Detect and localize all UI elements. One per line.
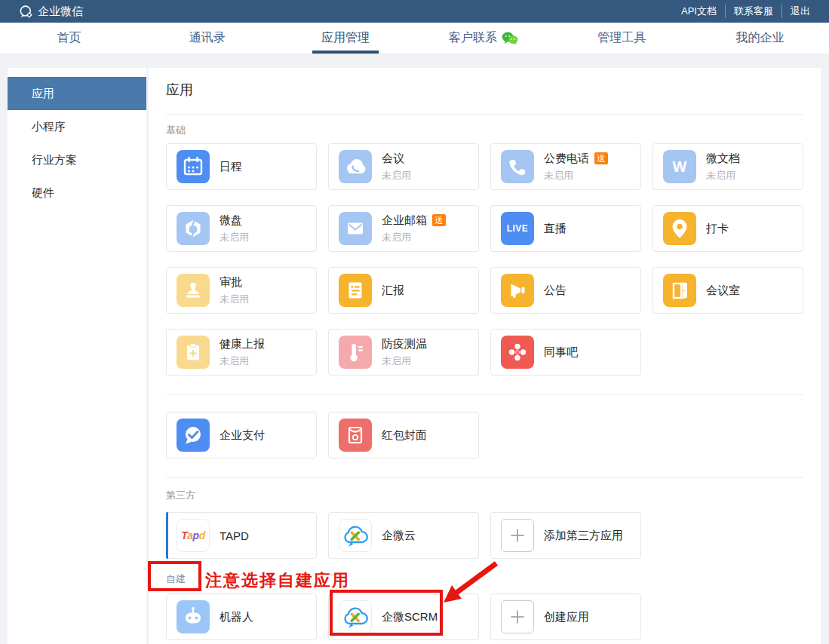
plus-icon bbox=[501, 600, 534, 633]
phone-icon bbox=[501, 150, 534, 183]
sidebar: 应用 小程序 行业方案 硬件 bbox=[8, 68, 146, 644]
doc-letter: W bbox=[673, 158, 687, 176]
app-name: 添加第三方应用 bbox=[544, 529, 623, 543]
mail-icon bbox=[339, 212, 372, 245]
logout-link[interactable]: 退出 bbox=[781, 5, 818, 18]
tab-customer-contact[interactable]: 客户联系 bbox=[415, 23, 553, 54]
app-card-wedoc[interactable]: W 微文档 未启用 bbox=[652, 143, 803, 190]
pay-apps-grid: 企业支付 红包封面 bbox=[166, 412, 803, 458]
app-status: 未启用 bbox=[220, 293, 249, 306]
contact-support-link[interactable]: 联系客服 bbox=[725, 5, 781, 18]
app-card-health[interactable]: 健康上报 未启用 bbox=[166, 329, 317, 376]
tab-home[interactable]: 首页 bbox=[0, 23, 138, 54]
app-name: 会议 bbox=[382, 152, 404, 166]
wechat-work-logo-icon bbox=[19, 5, 33, 19]
app-card-mail[interactable]: 企业邮箱 送 未启用 bbox=[328, 205, 479, 252]
tab-management-tools[interactable]: 管理工具 bbox=[553, 23, 691, 54]
app-card-tapd[interactable]: Tapd TAPD bbox=[166, 512, 317, 559]
tab-contacts[interactable]: 通讯录 bbox=[138, 23, 276, 54]
plus-icon bbox=[501, 519, 534, 552]
app-card-colleagues[interactable]: 同事吧 bbox=[490, 329, 641, 376]
app-name: 企微云 bbox=[382, 529, 416, 543]
annotation-box-self-built-label bbox=[148, 561, 201, 591]
app-status: 未启用 bbox=[706, 169, 740, 182]
app-meta: 会议 未启用 bbox=[382, 152, 411, 182]
third-party-apps-grid: Tapd TAPD 企微云 bbox=[166, 512, 803, 559]
pay-check-bubble-icon bbox=[177, 419, 210, 452]
app-card-free-phone[interactable]: 公费电话 送 未启用 bbox=[490, 143, 641, 190]
wechat-work-logo[interactable]: 企业微信 bbox=[19, 5, 83, 19]
meeting-cloud-icon bbox=[339, 150, 372, 183]
sidebar-item-industry-solutions[interactable]: 行业方案 bbox=[8, 143, 146, 176]
colleague-bar-icon bbox=[501, 336, 534, 369]
divider bbox=[166, 477, 803, 478]
divider bbox=[166, 114, 803, 115]
app-status: 未启用 bbox=[382, 231, 446, 244]
app-name: 防疫测温 bbox=[382, 337, 427, 351]
app-meta: 公费电话 送 未启用 bbox=[544, 152, 608, 182]
app-card-schedule[interactable]: 日程 bbox=[166, 143, 317, 190]
app-card-approval[interactable]: 审批 未启用 bbox=[166, 267, 317, 314]
qiweiyun-cloud-icon bbox=[339, 519, 372, 552]
section-label-base: 基础 bbox=[166, 124, 803, 137]
app-card-robot[interactable]: 机器人 bbox=[166, 593, 317, 640]
live-icon: LIVE bbox=[501, 212, 534, 245]
app-meta: 打卡 bbox=[706, 222, 729, 236]
api-docs-link[interactable]: API文档 bbox=[673, 5, 725, 18]
tab-customer-contact-label: 客户联系 bbox=[449, 30, 497, 46]
app-meta: 微盘 未启用 bbox=[220, 213, 249, 244]
create-app-button[interactable]: 创建应用 bbox=[490, 593, 641, 640]
app-name: 创建应用 bbox=[544, 610, 589, 624]
door-icon bbox=[663, 274, 696, 307]
add-third-party-app-button[interactable]: 添加第三方应用 bbox=[490, 512, 641, 559]
app-card-meeting-room[interactable]: 会议室 bbox=[652, 267, 803, 314]
tapd-letter: p bbox=[193, 529, 199, 541]
app-card-checkin[interactable]: 打卡 bbox=[652, 205, 803, 252]
app-card-announcement[interactable]: 公告 bbox=[490, 267, 641, 314]
app-name: 公费电话 bbox=[544, 152, 589, 166]
app-name: 打卡 bbox=[706, 222, 729, 236]
app-meta: 企业邮箱 送 未启用 bbox=[382, 213, 446, 244]
thermometer-icon bbox=[339, 336, 372, 369]
app-meta: TAPD bbox=[220, 529, 249, 542]
sidebar-item-miniprograms[interactable]: 小程序 bbox=[8, 110, 146, 143]
app-card-meeting[interactable]: 会议 未启用 bbox=[328, 143, 479, 190]
stamp-icon bbox=[177, 274, 210, 307]
app-meta: 日程 bbox=[220, 160, 242, 174]
app-meta: 汇报 bbox=[382, 284, 404, 298]
robot-icon bbox=[177, 600, 210, 633]
live-icon-text: LIVE bbox=[507, 223, 529, 234]
app-name: 日程 bbox=[220, 160, 242, 174]
app-card-qiweiyun[interactable]: 企微云 bbox=[328, 512, 479, 559]
topbar: 企业微信 API文档 联系客服 退出 bbox=[0, 0, 829, 23]
app-name: 红包封面 bbox=[382, 428, 427, 443]
app-meta: 同事吧 bbox=[544, 345, 578, 360]
page-title: 应用 bbox=[166, 81, 803, 100]
app-status: 未启用 bbox=[544, 169, 608, 182]
tab-my-company[interactable]: 我的企业 bbox=[691, 23, 829, 54]
app-name: 机器人 bbox=[220, 610, 253, 624]
sidebar-item-hardware[interactable]: 硬件 bbox=[8, 176, 146, 210]
app-card-report[interactable]: 汇报 bbox=[328, 267, 479, 314]
tapd-letter: T bbox=[181, 529, 187, 541]
logo-text: 企业微信 bbox=[38, 5, 83, 19]
app-status: 未启用 bbox=[220, 354, 265, 368]
app-card-live[interactable]: LIVE 直播 bbox=[490, 205, 641, 252]
tab-app-management[interactable]: 应用管理 bbox=[276, 23, 414, 54]
gift-badge: 送 bbox=[432, 214, 446, 226]
app-meta: 添加第三方应用 bbox=[544, 529, 623, 543]
app-meta: 健康上报 未启用 bbox=[220, 337, 265, 368]
app-meta: 企业支付 bbox=[220, 428, 265, 443]
megaphone-icon bbox=[501, 274, 534, 307]
app-card-redpacket[interactable]: 红包封面 bbox=[328, 412, 479, 458]
app-name: 审批 bbox=[220, 275, 242, 290]
app-name: 微盘 bbox=[220, 213, 242, 228]
app-card-pay[interactable]: 企业支付 bbox=[166, 412, 317, 458]
app-meta: 微文档 未启用 bbox=[706, 152, 740, 182]
app-meta: 防疫测温 未启用 bbox=[382, 337, 427, 368]
app-status: 未启用 bbox=[382, 169, 411, 182]
wechat-green-icon bbox=[502, 32, 518, 44]
sidebar-item-apps[interactable]: 应用 bbox=[8, 77, 146, 110]
app-card-temperature[interactable]: 防疫测温 未启用 bbox=[328, 329, 479, 376]
app-card-wedrive[interactable]: 微盘 未启用 bbox=[166, 205, 317, 252]
